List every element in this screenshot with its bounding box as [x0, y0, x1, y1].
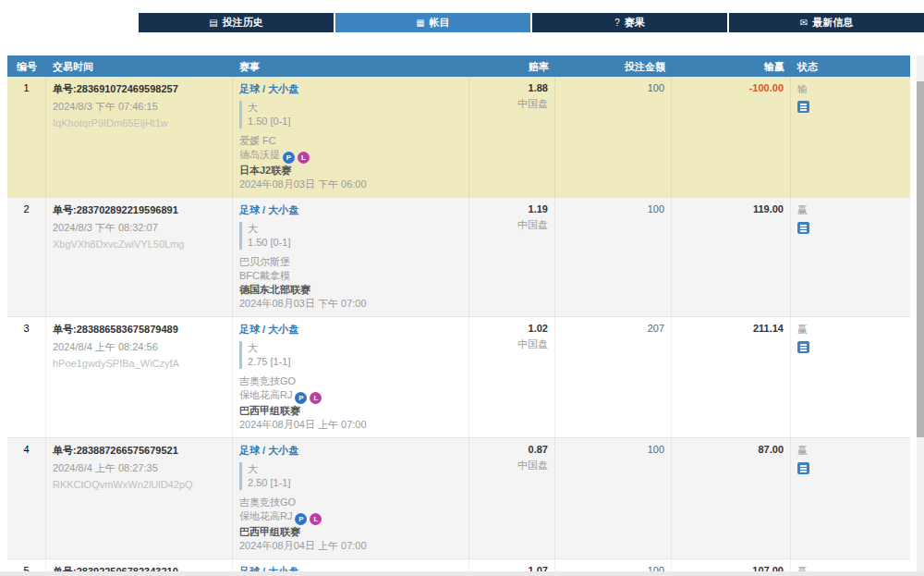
transaction-ref: RKKCtOQvmWxWn2lUlD42pQ [53, 479, 225, 490]
stake-value: 100 [648, 444, 664, 455]
bet-receipt-icon[interactable] [797, 341, 809, 353]
sport-market-link[interactable]: 足球 / 大小盘 [239, 203, 462, 217]
order-number: 单号:283887266575679521 [53, 444, 225, 458]
table-row: 1 单号:283691072469598257 2024/8/3 下午 07:4… [7, 77, 910, 198]
bet-selection: 大 2.50 [1-1] [239, 462, 462, 490]
home-team: 吉奥竞技GOPL [239, 374, 462, 388]
match-cell: 足球 / 大小盘 大 2.75 [1-1] 吉奥竞技GOPL 保地花高RJPL … [233, 317, 469, 437]
win-loss-cell: -100.00 [672, 77, 791, 197]
stake-cell: 100 [555, 198, 672, 316]
page-bottom-strip [0, 571, 924, 576]
win-loss-value: 119.00 [753, 203, 784, 214]
stake-value: 100 [648, 203, 664, 214]
tab-label: 帐目 [430, 16, 450, 30]
transaction-time: 2024/8/4 上午 08:24:56 [53, 340, 225, 354]
pick: 大 [248, 222, 462, 236]
row-index: 1 [7, 77, 46, 197]
sport-market-link[interactable]: 足球 / 大小盘 [239, 323, 462, 337]
win-loss-cell: 87.00 [672, 438, 791, 558]
match-cell: 足球 / 大小盘 大 2.50 [1-1] 吉奥竞技GOPL 保地花高RJPL … [233, 438, 469, 558]
tab-label: 最新信息 [812, 16, 853, 30]
header-win-loss: 输赢 [672, 55, 791, 77]
transaction-time: 2024/8/3 下午 08:32:07 [53, 221, 225, 235]
transaction-ref: XbgVXh8DxvcZwiVYL50Lmg [53, 239, 225, 250]
odds-cell: 1.19 中国盘 [469, 198, 555, 316]
l-badge-icon: L [310, 392, 322, 404]
transaction-ref: IqKhotqrP9IDm65EljHt1w [53, 117, 225, 129]
pick: 大 [248, 462, 462, 476]
accounts-table: 编号 交易时间 赛事 赔率 投注金额 输赢 状态 1 单号:2836910724… [7, 55, 910, 576]
odds-line: 2.75 [1-1] [248, 355, 462, 369]
match-time: 2024年08月04日 上午 07:00 [239, 539, 462, 553]
tab-label: 投注历史 [223, 16, 263, 30]
tab-label: 赛果 [625, 16, 645, 30]
odds-cell: 1.88 中国盘 [469, 77, 555, 197]
pick: 大 [248, 101, 462, 115]
win-loss-value: -100.00 [749, 82, 784, 93]
status-cell: 赢 [791, 317, 910, 437]
odds-type: 中国盘 [476, 459, 548, 472]
status-cell: 赢 [791, 198, 910, 316]
status-cell: 赢 [791, 438, 910, 558]
odds-type: 中国盘 [476, 97, 548, 111]
stake-cell: 100 [555, 438, 672, 558]
order-number: 单号:283886583675879489 [53, 323, 225, 337]
tab-accounts[interactable]: ▦ 帐目 [335, 13, 530, 32]
p-badge-icon: P [295, 513, 307, 525]
sport-market-link[interactable]: 足球 / 大小盘 [239, 444, 462, 458]
bet-selection: 大 1.50 [0-1] [239, 101, 462, 129]
stake-cell: 207 [555, 317, 672, 437]
league-name: 巴西甲组联赛 [239, 404, 462, 418]
bet-receipt-icon[interactable] [797, 101, 809, 113]
match-time: 2024年08月03日 下午 06:00 [239, 178, 462, 191]
league-name: 巴西甲组联赛 [239, 525, 462, 539]
bet-selection: 大 2.75 [1-1] [239, 341, 462, 369]
p-badge-icon: P [283, 152, 295, 164]
odds-value: 1.88 [476, 82, 548, 93]
stake-cell: 100 [555, 77, 672, 197]
home-team: 爱媛 FCPL [239, 134, 462, 148]
odds-line: 1.50 [0-1] [248, 115, 462, 129]
win-loss-value: 87.00 [758, 444, 784, 455]
header-stake: 投注金额 [555, 55, 672, 77]
status-text: 赢 [797, 444, 904, 458]
status-text: 赢 [797, 323, 904, 337]
bet-selection: 大 1.50 [0-1] [239, 222, 462, 250]
vertical-scrollbar[interactable] [917, 55, 924, 576]
status-text: 输 [797, 82, 904, 96]
status-text: 赢 [797, 203, 904, 217]
odds-line: 1.50 [0-1] [248, 236, 462, 250]
away-team: 保地花高RJPL [239, 509, 462, 525]
table-header: 编号 交易时间 赛事 赔率 投注金额 输赢 状态 [7, 55, 910, 77]
tab-latest-info[interactable]: ✉ 最新信息 [729, 13, 924, 32]
row-index: 3 [7, 317, 46, 437]
tab-bet-history[interactable]: ▤ 投注历史 [139, 13, 334, 32]
league-name: 日本J2联赛 [239, 164, 462, 178]
transaction-ref: hPoe1gwdySPIBa_WiCzyfA [53, 358, 225, 369]
home-team: 巴贝尔斯堡PL [239, 255, 462, 269]
table-row: 2 单号:283702892219596891 2024/8/3 下午 08:3… [7, 198, 910, 317]
odds-type: 中国盘 [476, 337, 548, 351]
top-nav: ▤ 投注历史 ▦ 帐目 ? 赛果 ✉ 最新信息 [139, 13, 924, 32]
win-loss-cell: 211.14 [672, 317, 791, 437]
away-team: BFC戴拿模PL [239, 269, 462, 283]
table-body: 1 单号:283691072469598257 2024/8/3 下午 07:4… [7, 77, 910, 576]
sport-market-link[interactable]: 足球 / 大小盘 [239, 82, 462, 96]
status-cell: 输 [791, 77, 910, 197]
transaction-cell: 单号:283887266575679521 2024/8/4 上午 08:27:… [46, 438, 233, 558]
transaction-time: 2024/8/4 上午 08:27:35 [53, 461, 225, 475]
bet-history-icon: ▤ [209, 18, 217, 28]
pick: 大 [248, 341, 462, 355]
match-cell: 足球 / 大小盘 大 1.50 [0-1] 巴贝尔斯堡PL BFC戴拿模PL 德… [233, 198, 469, 316]
match-time: 2024年08月03日 下午 07:00 [239, 297, 462, 311]
row-index: 4 [7, 438, 46, 558]
scrollbar-thumb[interactable] [917, 81, 924, 437]
results-icon: ? [614, 18, 620, 28]
odds-cell: 1.02 中国盘 [469, 317, 555, 437]
tab-results[interactable]: ? 赛果 [532, 13, 727, 32]
odds-line: 2.50 [1-1] [248, 476, 462, 490]
bet-receipt-icon[interactable] [797, 462, 809, 474]
stake-value: 100 [648, 82, 664, 93]
bet-receipt-icon[interactable] [797, 222, 809, 234]
home-team: 吉奥竞技GOPL [239, 496, 462, 509]
